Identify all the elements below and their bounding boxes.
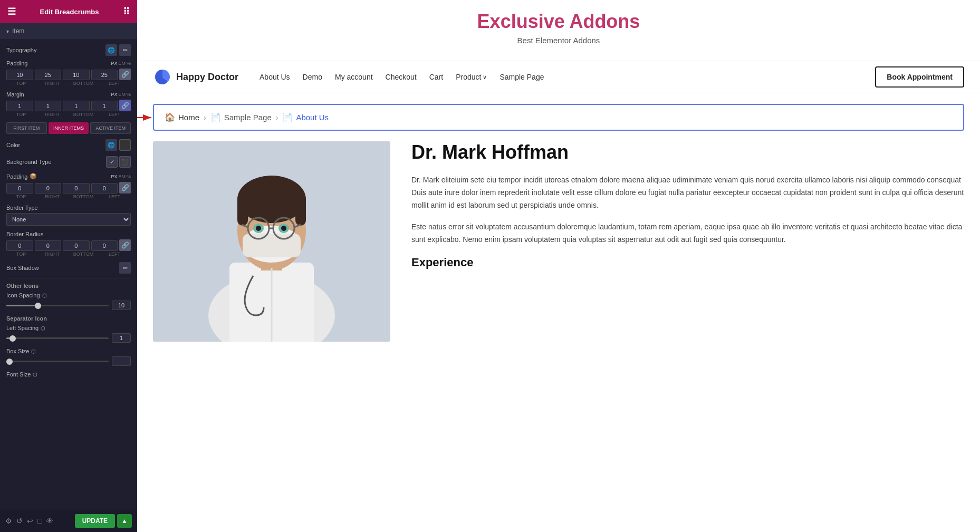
br-link-btn[interactable]: 🔗 bbox=[119, 239, 131, 251]
typography-label: Typography bbox=[6, 47, 36, 53]
padding-top-label: Padding bbox=[6, 60, 27, 66]
book-appointment-button[interactable]: Book Appointment bbox=[875, 66, 964, 88]
margin-percent-unit[interactable]: % bbox=[127, 92, 131, 97]
pad2-right-input[interactable] bbox=[35, 183, 62, 194]
pad2-px-unit[interactable]: PX bbox=[111, 174, 117, 179]
update-arrow-btn[interactable]: ▲ bbox=[117, 514, 132, 528]
pad2-em-unit[interactable]: EM bbox=[118, 174, 126, 179]
br-bottom-input[interactable] bbox=[63, 240, 90, 251]
br-left-input[interactable] bbox=[91, 240, 118, 251]
experience-title: Experience bbox=[411, 256, 964, 269]
panel-resize-handle[interactable] bbox=[134, 0, 137, 532]
box-size-label: Box Size bbox=[6, 348, 29, 354]
margin-px-unit[interactable]: PX bbox=[111, 92, 117, 97]
nav-logo: Happy Doctor bbox=[153, 67, 238, 86]
margin-em-unit[interactable]: EM bbox=[118, 92, 126, 97]
other-icons-section: Other Icons bbox=[6, 283, 131, 289]
section-label: Item bbox=[12, 27, 24, 35]
margin-top-input[interactable] bbox=[6, 101, 33, 111]
pad2-bottom-input[interactable] bbox=[63, 183, 90, 194]
padding-right-input[interactable] bbox=[35, 70, 62, 80]
typography-globe-btn[interactable]: 🌐 bbox=[105, 44, 117, 56]
inner-items-tab[interactable]: INNER ITEMS bbox=[49, 122, 89, 134]
pad2-link-btn[interactable]: 🔗 bbox=[119, 182, 131, 194]
em-unit[interactable]: EM bbox=[118, 61, 126, 66]
bg-solid-icon[interactable]: ✓ bbox=[106, 156, 118, 168]
color-globe-btn[interactable]: 🌐 bbox=[105, 139, 117, 151]
mar-left-sub: LEFT bbox=[100, 112, 129, 117]
first-item-tab[interactable]: FIRST ITEM bbox=[6, 122, 47, 134]
nav-sample[interactable]: Sample Page bbox=[499, 73, 544, 81]
color-swatch[interactable] bbox=[119, 139, 131, 151]
margin-link-btn[interactable]: 🔗 bbox=[119, 100, 131, 111]
nav-logo-text: Happy Doctor bbox=[176, 72, 238, 83]
reset-icon[interactable]: ↺ bbox=[16, 517, 23, 525]
logo-icon bbox=[153, 67, 172, 86]
breadcrumb-sep-2: › bbox=[276, 113, 278, 122]
margin-right-input[interactable] bbox=[35, 101, 62, 111]
settings-icon[interactable]: ⚙ bbox=[5, 517, 12, 525]
nav-myaccount[interactable]: My account bbox=[335, 73, 373, 81]
nav-product[interactable]: Product ∨ bbox=[456, 73, 487, 81]
box-size-value[interactable] bbox=[112, 356, 131, 366]
nav-cart[interactable]: Cart bbox=[429, 73, 443, 81]
br-right-input[interactable] bbox=[35, 240, 62, 251]
breadcrumb-home[interactable]: 🏠 Home bbox=[165, 112, 199, 122]
box-shadow-pencil-btn[interactable]: ✏ bbox=[119, 262, 131, 274]
box-size-slider-row: Box Size ⬡ bbox=[6, 348, 131, 366]
font-size-slider-row: Font Size ⬡ bbox=[6, 371, 131, 378]
margin-bottom-input[interactable] bbox=[63, 101, 90, 111]
update-button[interactable]: UPDATE bbox=[75, 514, 115, 528]
content-section: Dr. Mark Hoffman Dr. Mark eliteiuim sete… bbox=[137, 131, 980, 363]
page-icon-1: 📄 bbox=[210, 112, 221, 122]
dots-icon[interactable]: ⠿ bbox=[123, 6, 130, 17]
responsive-icon[interactable]: □ bbox=[37, 517, 42, 525]
typography-pencil-btn[interactable]: ✏ bbox=[119, 44, 131, 56]
svg-point-20 bbox=[256, 226, 261, 231]
hamburger-icon[interactable]: ☰ bbox=[7, 6, 16, 17]
padding-left-input[interactable] bbox=[91, 70, 118, 80]
item-section-header[interactable]: ▾ Item bbox=[0, 23, 137, 39]
section-arrow-icon: ▾ bbox=[6, 28, 9, 34]
breadcrumb-about[interactable]: 📄 About Us bbox=[282, 112, 329, 122]
padding-bottom-row: Padding 📦 PX EM % 🔗 TOP bbox=[6, 173, 131, 199]
breadcrumb-about-label: About Us bbox=[296, 113, 329, 122]
panel-title: Edit Breadcrumbs bbox=[16, 8, 123, 16]
font-size-label: Font Size bbox=[6, 371, 31, 378]
nav-demo[interactable]: Demo bbox=[303, 73, 322, 81]
br-top-input[interactable] bbox=[6, 240, 33, 251]
pad2-left-input[interactable] bbox=[91, 183, 118, 194]
undo-icon[interactable]: ↩ bbox=[27, 517, 33, 525]
main-content: Exclusive Addons Best Elementor Addons H… bbox=[137, 0, 980, 532]
pad-top-sub: TOP bbox=[6, 81, 36, 86]
padding-bottom-input[interactable] bbox=[63, 70, 90, 80]
border-type-select[interactable]: None Solid Dashed Dotted bbox=[6, 213, 131, 226]
padding-top-input[interactable] bbox=[6, 70, 33, 80]
box-shadow-row: Box Shadow ✏ bbox=[6, 262, 131, 274]
preview-icon[interactable]: 👁 bbox=[46, 517, 53, 525]
breadcrumb-sample[interactable]: 📄 Sample Page bbox=[210, 112, 272, 122]
mar-top-sub: TOP bbox=[6, 112, 36, 117]
padding-link-btn[interactable]: 🔗 bbox=[119, 69, 131, 80]
typography-icons: 🌐 ✏ bbox=[105, 44, 131, 56]
product-chevron-icon: ∨ bbox=[483, 74, 487, 81]
border-radius-row: Border Radius 🔗 TOP RIGHT BOTTOM LEFT bbox=[6, 231, 131, 257]
margin-left-input[interactable] bbox=[91, 101, 118, 111]
left-spacing-slider-row: Left Spacing ⬡ bbox=[6, 325, 131, 343]
svg-point-10 bbox=[256, 181, 287, 202]
border-type-label: Border Type bbox=[6, 205, 38, 211]
icon-spacing-value[interactable] bbox=[112, 301, 131, 310]
nav-checkout[interactable]: Checkout bbox=[386, 73, 417, 81]
svg-rect-8 bbox=[237, 194, 248, 226]
bg-gradient-icon[interactable]: ⬛ bbox=[119, 156, 131, 168]
active-item-tab[interactable]: ACTIVE ITEM bbox=[90, 122, 131, 134]
margin-row: Margin PX EM % 🔗 TOP RIGHT bbox=[6, 91, 131, 117]
color-label: Color bbox=[6, 142, 20, 148]
nav-about[interactable]: About Us bbox=[260, 73, 290, 81]
percent-unit[interactable]: % bbox=[127, 61, 131, 66]
pad2-top-input[interactable] bbox=[6, 183, 33, 194]
border-radius-label: Border Radius bbox=[6, 231, 43, 237]
px-unit[interactable]: PX bbox=[111, 61, 117, 66]
left-spacing-value[interactable] bbox=[112, 333, 131, 343]
pad2-percent-unit[interactable]: % bbox=[127, 174, 131, 179]
